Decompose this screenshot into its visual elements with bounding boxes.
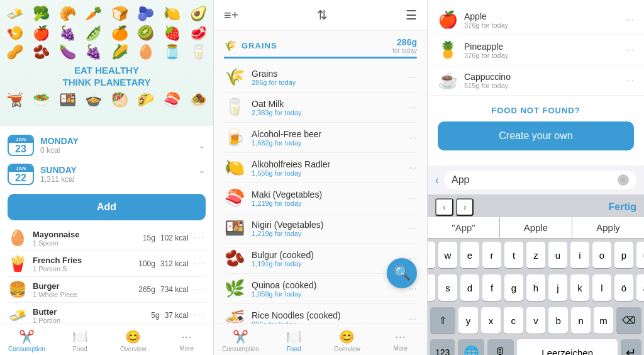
key-ue[interactable]: ü	[636, 242, 644, 268]
key-i[interactable]: i	[570, 242, 589, 268]
dots-icon[interactable]: ···	[409, 72, 417, 83]
food-item-burger: 🍔 Burger 1 Whole Piece 265g 734 kcal ···	[8, 277, 206, 303]
food-item-mayonnaise: 🥚 Mayonnaise 1 Spoon 15g 102 kcal ···	[8, 225, 206, 251]
more-options-icon[interactable]: ···	[194, 284, 206, 295]
butter-icon: 🧈	[8, 307, 28, 324]
clear-input-button[interactable]: ✕	[618, 174, 629, 186]
suggestion-apple[interactable]: Apple	[500, 217, 572, 238]
search-input-wrap: ✕	[444, 171, 636, 189]
dots-icon[interactable]: ···	[409, 193, 417, 204]
beer-info: Alcohol-Free beer 1,682g for today	[252, 129, 402, 147]
consumption-icon: ✂️	[233, 329, 248, 344]
butter-info: Butter 1 Portion	[33, 307, 146, 324]
dots-icon[interactable]: ···	[409, 162, 417, 174]
nav-consumption[interactable]: ✂️ Consumption	[0, 329, 53, 352]
grains-header: 🌾 GRAINS 286g for today	[214, 31, 427, 57]
nav-overview[interactable]: 😊 Overview	[107, 329, 160, 352]
nav-overview[interactable]: 😊 Overview	[321, 329, 374, 352]
key-z[interactable]: z	[526, 242, 545, 268]
key-a[interactable]: a	[428, 274, 435, 301]
key-u[interactable]: u	[548, 242, 567, 268]
key-q[interactable]: q	[428, 242, 435, 268]
suggestion-app-quoted[interactable]: "App"	[428, 217, 500, 238]
return-key[interactable]: ↵	[621, 339, 641, 355]
more-options-icon[interactable]: ···	[194, 232, 206, 244]
key-j[interactable]: j	[548, 274, 567, 301]
key-w[interactable]: w	[438, 242, 457, 268]
grains-left: 🌾 GRAINS	[224, 40, 277, 52]
cappuccino-icon: ☕	[438, 70, 458, 90]
more-options-icon[interactable]: ···	[194, 310, 206, 321]
days-section: JAN 23 MONDAY 0 kcal ⌄ JAN 22 SUNDAY 1,3…	[0, 126, 213, 324]
cursor-right-button[interactable]: ›	[456, 198, 474, 216]
key-v[interactable]: v	[526, 307, 546, 334]
key-m[interactable]: m	[594, 307, 613, 334]
key-e[interactable]: e	[460, 242, 479, 268]
create-own-button[interactable]: Create your own	[438, 121, 634, 150]
back-arrow-icon[interactable]: ‹	[435, 174, 439, 187]
nav-food[interactable]: 🍽️ Food	[267, 329, 321, 352]
space-key[interactable]: Leerzeichen	[517, 339, 618, 355]
key-c[interactable]: c	[504, 307, 523, 334]
dots-icon[interactable]: ···	[409, 132, 417, 144]
day-23-info: MONDAY 0 kcal	[40, 136, 192, 155]
dots-icon[interactable]: ···	[409, 102, 417, 113]
key-g[interactable]: g	[504, 274, 523, 301]
key-k[interactable]: k	[570, 274, 589, 301]
fries-icon: 🍟	[8, 255, 28, 273]
nav-food[interactable]: 🍽️ Food	[53, 329, 107, 352]
dots-icon[interactable]: ···	[626, 14, 634, 26]
food-icon: 🍽️	[72, 329, 88, 344]
dots-icon[interactable]: ···	[409, 223, 417, 234]
key-b[interactable]: b	[548, 307, 568, 334]
globe-key[interactable]: 🌐	[458, 339, 484, 355]
emoji-grid: 🧈🥦🥐🥕🍞🫐🍋🥑 🍤🍎🍇🫛🍊🥝🍓🥩 🥜🫘🍆🍇🌽🥚🫙🥛	[3, 5, 211, 62]
nav-more[interactable]: ··· More	[160, 329, 213, 352]
dots-icon[interactable]: ···	[409, 313, 417, 324]
key-f[interactable]: f	[482, 274, 501, 301]
fertig-button[interactable]: Fertig	[609, 201, 636, 213]
key-r[interactable]: r	[482, 242, 501, 268]
key-t[interactable]: t	[504, 242, 523, 268]
day-sunday[interactable]: JAN 22 SUNDAY 1,311 kcal ⌃	[8, 160, 206, 189]
cursor-left-button[interactable]: ‹	[435, 198, 453, 216]
add-list-icon[interactable]: ≡+	[224, 8, 238, 23]
list-item: 🥛 Oat Milk 2,383g for today ···	[224, 93, 417, 123]
dots-icon[interactable]: ···	[626, 75, 634, 86]
search-fab-button[interactable]: 🔍	[387, 258, 417, 288]
key-h[interactable]: h	[526, 274, 545, 301]
numbers-key[interactable]: 123	[430, 339, 455, 355]
day-monday[interactable]: JAN 23 MONDAY 0 kcal ⌄	[8, 131, 206, 160]
key-oe[interactable]: ö	[614, 274, 633, 301]
key-x[interactable]: x	[481, 307, 501, 334]
dots-icon[interactable]: ···	[626, 45, 634, 56]
add-button[interactable]: Add	[8, 194, 206, 220]
key-d[interactable]: d	[460, 274, 479, 301]
consumption-icon: ✂️	[19, 329, 35, 344]
key-ae[interactable]: ä	[636, 274, 644, 301]
key-s[interactable]: s	[438, 274, 457, 301]
bottom-nav-panel1: ✂️ Consumption 🍽️ Food 😊 Overview ··· Mo…	[0, 324, 213, 355]
keyboard-arrows: ‹ ›	[435, 198, 474, 216]
nav-more[interactable]: ··· More	[374, 329, 427, 352]
microphone-key[interactable]: 🎙	[487, 339, 514, 355]
suggestion-apply[interactable]: Apply	[572, 217, 644, 238]
nav-consumption[interactable]: ✂️ Consumption	[214, 329, 267, 352]
filter-icon[interactable]: ☰	[406, 8, 417, 23]
key-p[interactable]: p	[614, 242, 633, 268]
more-icon: ···	[395, 329, 406, 344]
key-l[interactable]: l	[592, 274, 611, 301]
shift-key[interactable]: ⇧	[430, 307, 455, 334]
key-o[interactable]: o	[592, 242, 611, 268]
grains-info: Grains 286g for today	[252, 69, 402, 86]
nigiri-icon: 🍱	[224, 218, 245, 238]
key-y[interactable]: y	[458, 307, 478, 334]
overview-icon: 😊	[125, 329, 141, 344]
sort-icon[interactable]: ⇅	[317, 8, 328, 23]
pineapple-info: Pineapple 376g for today	[464, 42, 619, 59]
more-options-icon[interactable]: ···	[194, 258, 206, 269]
backspace-key[interactable]: ⌫	[616, 307, 641, 334]
key-n[interactable]: n	[571, 307, 591, 334]
maki-info: Maki (Vegetables) 1,219g for today	[252, 189, 402, 207]
search-input[interactable]	[452, 174, 614, 186]
